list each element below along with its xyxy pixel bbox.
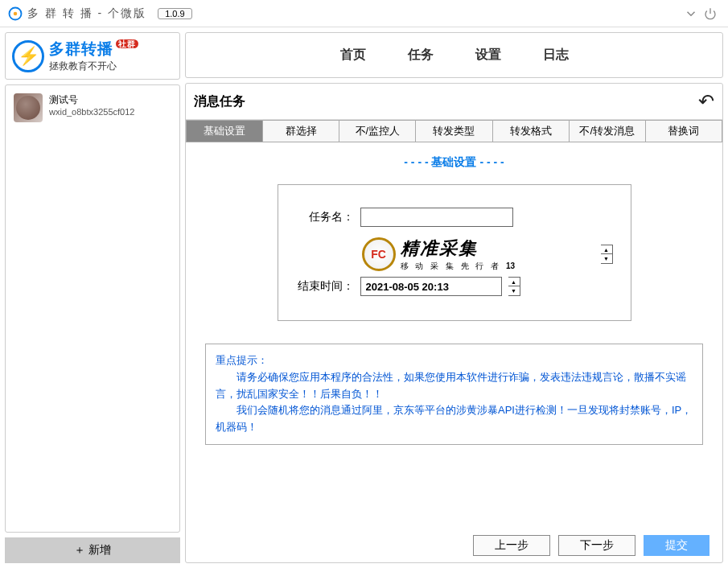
notice-box: 重点提示： 请务必确保您应用本程序的合法性，如果您使用本软件进行诈骗，发表违法违…: [205, 344, 703, 445]
nav-settings[interactable]: 设置: [474, 42, 503, 68]
clock-icon: FC: [362, 237, 396, 271]
tab-forward-type[interactable]: 转发类型: [416, 121, 492, 142]
tab-monitor[interactable]: 不/监控人: [339, 121, 416, 142]
submit-button[interactable]: 提交: [644, 535, 709, 556]
brand-name: 多群转播: [49, 40, 113, 57]
task-name-input[interactable]: [360, 208, 513, 227]
spin-down-icon: ▼: [601, 254, 612, 263]
form-box: 任务名： FC 精准采集 移 动 采 集 先 行 者 13 ▲▼ 结束时间： ▲…: [278, 184, 631, 321]
inline-suffix: 13: [506, 261, 515, 270]
watermark-title: 精准采集: [401, 237, 516, 261]
watermark: FC 精准采集 移 动 采 集 先 行 者 13 ▲▼: [362, 237, 613, 272]
version-badge: 1.0.9: [158, 8, 191, 19]
main-nav: 首页 任务 设置 日志: [185, 32, 723, 78]
titlebar: 多 群 转 播 - 个微版 1.0.9: [0, 0, 728, 27]
tab-replace[interactable]: 替换词: [646, 121, 722, 142]
footer-actions: 上一步 下一步 提交: [186, 529, 722, 562]
notice-head: 重点提示：: [216, 352, 693, 369]
next-button[interactable]: 下一步: [558, 535, 635, 556]
brand-tag: 社群: [116, 39, 138, 48]
tab-group[interactable]: 群选择: [263, 121, 339, 142]
task-panel: 消息任务 ↶ 基础设置 群选择 不/监控人 转发类型 转发格式 不/转发消息 替…: [185, 83, 723, 563]
account-list: 测试号 wxid_o8btx3255cf012: [5, 84, 180, 533]
nav-home[interactable]: 首页: [339, 42, 368, 68]
task-name-label: 任务名：: [296, 210, 354, 224]
watermark-sub: 移 动 采 集 先 行 者: [401, 261, 502, 270]
notice-p1: 请务必确保您应用本程序的合法性，如果您使用本软件进行诈骗，发表违法违规言论，散播…: [216, 369, 693, 403]
prev-button[interactable]: 上一步: [473, 535, 550, 556]
svg-point-1: [14, 11, 18, 15]
spin-up-icon: ▲: [508, 278, 520, 286]
list-item[interactable]: 测试号 wxid_o8btx3255cf012: [10, 90, 175, 126]
power-icon[interactable]: [701, 4, 720, 23]
add-button[interactable]: ＋ 新增: [5, 537, 180, 563]
window-title: 多 群 转 播 - 个微版: [27, 6, 146, 21]
section-title: - - - - 基础设置 - - - -: [186, 155, 722, 170]
sub-tabs: 基础设置 群选择 不/监控人 转发类型 转发格式 不/转发消息 替换词: [186, 120, 722, 142]
tab-forward-msg[interactable]: 不/转发消息: [570, 121, 646, 142]
spin-up-icon: ▲: [601, 245, 612, 254]
time-spinner-1[interactable]: ▲▼: [601, 245, 613, 264]
nav-log[interactable]: 日志: [541, 42, 570, 68]
tab-basic[interactable]: 基础设置: [187, 121, 263, 142]
nav-task[interactable]: 任务: [406, 42, 435, 68]
minimize-icon[interactable]: [681, 4, 701, 23]
tab-forward-format[interactable]: 转发格式: [493, 121, 570, 142]
brand-slogan: 拯救教育不开心: [49, 60, 138, 73]
brand-icon: ⚡: [12, 40, 44, 72]
notice-p2: 我们会随机将您的消息通过阿里，京东等平台的涉黄涉暴API进行检测！一旦发现将封禁…: [216, 402, 693, 436]
account-wxid: wxid_o8btx3255cf012: [49, 107, 134, 117]
brand-card: ⚡ 多群转播社群 拯救教育不开心: [5, 32, 180, 80]
account-name: 测试号: [49, 93, 134, 107]
app-icon: [8, 6, 23, 21]
back-icon[interactable]: ↶: [698, 90, 714, 113]
end-time-label: 结束时间：: [296, 279, 354, 294]
panel-title: 消息任务: [194, 93, 245, 110]
end-time-input[interactable]: [360, 277, 502, 296]
avatar: [14, 93, 43, 122]
spin-down-icon: ▼: [508, 286, 520, 295]
time-spinner-2[interactable]: ▲▼: [508, 277, 520, 296]
sidebar: ⚡ 多群转播社群 拯救教育不开心 测试号 wxid_o8btx3255cf012…: [5, 32, 180, 563]
